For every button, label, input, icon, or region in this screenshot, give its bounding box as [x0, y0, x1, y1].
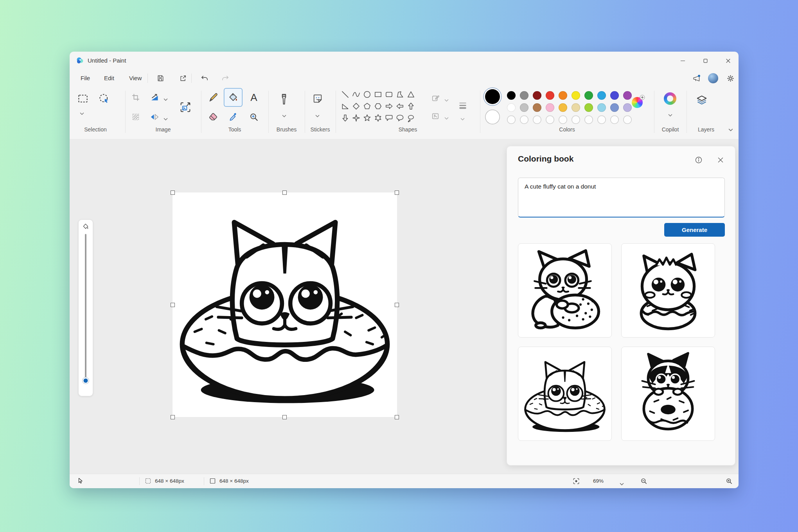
empty-color-slot[interactable] [610, 115, 619, 124]
maximize-button[interactable] [696, 52, 714, 70]
eraser-tool[interactable] [205, 109, 221, 125]
color-swatch[interactable] [546, 91, 554, 100]
shape-speech-bubble[interactable] [383, 112, 394, 124]
color-swatch[interactable] [572, 91, 580, 100]
selection-handle[interactable] [395, 415, 399, 419]
empty-color-slot[interactable] [559, 115, 567, 124]
image-properties-button[interactable] [176, 98, 195, 117]
empty-color-slot[interactable] [597, 115, 606, 124]
selection-handle[interactable] [171, 303, 175, 307]
select-all-tool[interactable] [128, 110, 143, 124]
empty-color-slot[interactable] [533, 115, 541, 124]
empty-color-slot[interactable] [546, 115, 554, 124]
magnifier-tool[interactable] [246, 109, 262, 125]
feedback-icon[interactable] [690, 72, 703, 85]
selection-handle[interactable] [282, 191, 287, 195]
zoom-out-icon[interactable] [640, 477, 648, 487]
color-swatch[interactable] [546, 103, 554, 112]
zoom-level-value[interactable]: 69% [593, 474, 604, 488]
color-swatch[interactable] [597, 91, 606, 100]
rectangle-select-tool[interactable] [74, 90, 92, 107]
color-swatch[interactable] [623, 103, 632, 112]
result-thumbnail-3[interactable] [518, 347, 612, 441]
shape-diamond[interactable] [350, 100, 361, 112]
shape-arrow-up[interactable] [405, 100, 416, 112]
fill-dropdown-chevron[interactable] [444, 114, 449, 121]
stickers-dropdown-chevron[interactable] [315, 112, 320, 119]
secondary-color-swatch[interactable] [485, 110, 500, 124]
shape-arrow-down[interactable] [340, 112, 350, 124]
primary-color-swatch[interactable] [485, 89, 500, 104]
brushes-dropdown-chevron[interactable] [282, 112, 286, 119]
empty-color-slot[interactable] [572, 115, 580, 124]
layers-button[interactable] [694, 92, 710, 108]
pencil-tool[interactable] [205, 89, 221, 106]
copilot-button[interactable] [664, 92, 676, 105]
shape-line[interactable] [340, 88, 350, 100]
menu-edit[interactable]: Edit [100, 70, 118, 87]
shape-heart[interactable] [340, 124, 350, 126]
paint-canvas[interactable] [173, 192, 397, 417]
shape-arrow-right[interactable] [383, 100, 394, 112]
fill-tool[interactable] [224, 88, 243, 107]
shape-thought-bubble[interactable] [405, 112, 416, 124]
color-swatch[interactable] [610, 91, 619, 100]
zoom-dropdown-chevron[interactable] [620, 480, 624, 487]
color-swatch[interactable] [597, 103, 606, 112]
shape-four-point-star[interactable] [350, 112, 361, 124]
fit-to-window-icon[interactable] [572, 477, 580, 487]
line-width-button[interactable] [455, 97, 471, 113]
undo-button[interactable] [198, 72, 211, 85]
shape-outline-button[interactable] [429, 92, 442, 105]
shape-lightning[interactable] [350, 124, 361, 126]
result-thumbnail-2[interactable] [621, 243, 715, 338]
shape-six-point-star[interactable] [372, 112, 383, 124]
tolerance-slider-track[interactable] [85, 234, 86, 379]
panel-close-icon[interactable] [716, 156, 726, 165]
line-width-dropdown-chevron[interactable] [460, 115, 465, 122]
selection-handle[interactable] [395, 303, 399, 307]
shape-curve[interactable] [350, 88, 361, 100]
tolerance-slider-thumb[interactable] [83, 377, 89, 384]
save-button[interactable] [154, 72, 167, 85]
resize-dropdown-chevron[interactable] [164, 95, 168, 102]
edit-colors-button[interactable] [632, 97, 643, 108]
stickers-button[interactable] [309, 90, 326, 107]
color-swatch[interactable] [520, 103, 528, 112]
menu-view[interactable]: View [125, 70, 146, 87]
result-thumbnail-4[interactable] [621, 347, 715, 441]
empty-color-slot[interactable] [520, 115, 528, 124]
text-tool[interactable]: A [246, 89, 262, 106]
menu-file[interactable]: File [77, 70, 94, 87]
empty-color-slot[interactable] [623, 115, 632, 124]
selection-handle[interactable] [282, 415, 287, 419]
color-swatch[interactable] [520, 91, 528, 100]
shape-rounded-rectangle[interactable] [383, 88, 394, 100]
shape-triangle[interactable] [405, 88, 416, 100]
shape-rectangle[interactable] [372, 88, 383, 100]
shape-oval-speech-bubble[interactable] [394, 112, 405, 124]
selection-dropdown-chevron[interactable] [80, 110, 84, 117]
shape-fill-button[interactable] [429, 110, 442, 123]
copilot-dropdown-chevron[interactable] [668, 111, 672, 118]
color-swatch[interactable] [584, 103, 593, 112]
color-swatch[interactable] [507, 103, 516, 112]
share-button[interactable] [176, 72, 190, 85]
flip-dropdown-chevron[interactable] [164, 115, 168, 122]
shape-hexagon[interactable] [372, 100, 383, 112]
info-icon[interactable] [694, 156, 704, 165]
crop-tool[interactable] [128, 90, 143, 105]
shape-arrow-left[interactable] [394, 100, 405, 112]
shape-five-point-star[interactable] [361, 112, 372, 124]
flip-tool[interactable] [147, 110, 162, 124]
shape-pentagon[interactable] [361, 100, 372, 112]
color-swatch[interactable] [559, 91, 567, 100]
color-swatch[interactable] [507, 91, 516, 100]
shape-polygon[interactable] [394, 88, 405, 100]
outline-dropdown-chevron[interactable] [444, 96, 449, 103]
close-button[interactable] [719, 52, 737, 70]
selection-handle[interactable] [171, 191, 175, 195]
color-picker-tool[interactable] [225, 109, 242, 125]
shape-right-triangle[interactable] [340, 100, 350, 112]
settings-gear-icon[interactable] [724, 72, 737, 85]
